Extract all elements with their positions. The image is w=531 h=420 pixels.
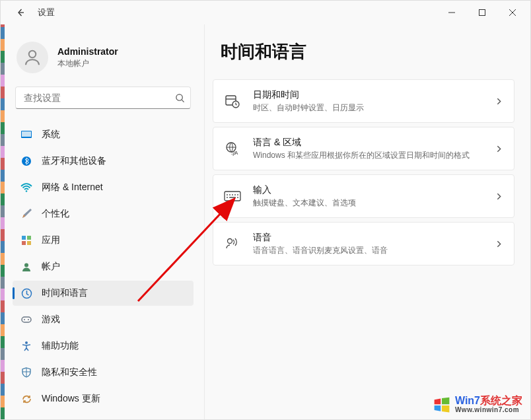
card-date-time[interactable]: 日期和时间 时区、自动时钟设置、日历显示 (213, 79, 514, 123)
user-sub: 本地帐户 (57, 58, 118, 69)
chevron-right-icon (495, 145, 503, 153)
watermark-brand-2: 系统之家 (480, 395, 522, 406)
svg-point-30 (237, 197, 238, 198)
clock-globe-icon (20, 287, 32, 299)
page-title: 时间和语言 (213, 40, 514, 63)
minimize-button[interactable] (437, 1, 467, 24)
svg-text:字: 字 (231, 151, 236, 156)
title-bar: 设置 (1, 1, 530, 24)
svg-point-28 (227, 197, 228, 198)
avatar (17, 42, 48, 73)
sidebar-item-apps[interactable]: 应用 (13, 228, 194, 253)
card-text: 日期和时间 时区、自动时钟设置、日历显示 (253, 89, 495, 114)
account-icon (20, 261, 32, 273)
search-icon (175, 93, 185, 103)
svg-rect-7 (22, 236, 26, 240)
svg-rect-22 (225, 192, 240, 201)
calendar-clock-icon (221, 90, 244, 112)
card-text: 语言 & 区域 Windows 和某些应用根据你所在的区域设置日期和时间的格式 (253, 137, 495, 161)
svg-point-14 (24, 319, 25, 320)
sidebar-item-label: 辅助功能 (42, 340, 79, 352)
accessibility-icon (20, 340, 32, 352)
sidebar-item-network[interactable]: 网络 & Internet (13, 175, 194, 200)
back-arrow-icon (15, 7, 26, 18)
svg-point-23 (227, 194, 228, 195)
svg-point-15 (28, 319, 29, 320)
chevron-right-icon (495, 97, 503, 106)
svg-point-11 (24, 263, 28, 267)
card-language-region[interactable]: A字 语言 & 区域 Windows 和某些应用根据你所在的区域设置日期和时间的… (213, 127, 514, 170)
game-icon (20, 314, 32, 326)
card-sub: Windows 和某些应用根据你所在的区域设置日期和时间的格式 (253, 150, 495, 161)
card-text: 语音 语音语言、语音识别麦克风设置、语音 (253, 232, 495, 256)
sidebar-item-label: 时间和语言 (42, 287, 88, 299)
chevron-right-icon (495, 240, 503, 248)
card-title: 语言 & 区域 (253, 137, 495, 149)
nav: 系统 蓝牙和其他设备 网络 & Internet 个性化 应用 帐户 (13, 122, 194, 419)
card-sub: 时区、自动时钟设置、日历显示 (253, 102, 495, 114)
sidebar-item-privacy[interactable]: 隐私和安全性 (13, 360, 194, 385)
svg-rect-13 (22, 317, 31, 322)
svg-point-27 (237, 194, 238, 195)
svg-point-1 (29, 51, 36, 58)
card-title: 日期和时间 (253, 89, 495, 101)
user-name: Administrator (57, 46, 118, 57)
svg-point-24 (229, 194, 230, 195)
sidebar-item-accounts[interactable]: 帐户 (13, 254, 194, 279)
sidebar-item-gaming[interactable]: 游戏 (13, 307, 194, 332)
search-box[interactable] (15, 87, 191, 109)
sidebar-item-update[interactable]: Windows 更新 (13, 386, 194, 411)
minimize-icon (448, 9, 455, 16)
svg-point-25 (232, 194, 233, 195)
svg-rect-8 (27, 236, 31, 240)
card-sub: 语音语言、语音识别麦克风设置、语音 (253, 245, 495, 256)
sidebar-item-label: 帐户 (42, 261, 60, 273)
sidebar-item-label: 隐私和安全性 (42, 367, 97, 378)
sidebar-item-label: 网络 & Internet (42, 182, 103, 193)
bluetooth-icon (20, 155, 32, 167)
sidebar-item-label: 系统 (42, 129, 60, 141)
sidebar: Administrator 本地帐户 系统 蓝牙和其他设备 网络 & Inter… (1, 24, 199, 419)
sidebar-item-personalization[interactable]: 个性化 (13, 201, 194, 227)
system-icon (20, 129, 32, 141)
sidebar-item-label: 游戏 (42, 314, 60, 326)
content-area: 时间和语言 日期和时间 时区、自动时钟设置、日历显示 A字 语言 & 区域 Wi… (204, 24, 530, 419)
card-sub: 触摸键盘、文本建议、首选项 (253, 197, 495, 209)
watermark-text: Win7系统之家 Www.winwin7.com (455, 396, 522, 413)
svg-rect-10 (27, 241, 31, 245)
svg-point-2 (176, 94, 182, 100)
shield-icon (20, 367, 32, 378)
window-title: 设置 (38, 7, 55, 18)
svg-rect-0 (479, 10, 485, 16)
brush-icon (20, 208, 32, 220)
svg-point-31 (228, 239, 232, 244)
svg-rect-9 (22, 241, 26, 245)
back-button[interactable] (11, 3, 30, 22)
sidebar-item-system[interactable]: 系统 (13, 122, 194, 147)
keyboard-icon (221, 185, 244, 207)
watermark-url: Www.winwin7.com (455, 407, 522, 414)
svg-rect-4 (22, 131, 31, 137)
svg-rect-29 (229, 197, 236, 198)
speech-icon (221, 232, 244, 255)
watermark-logo-icon (433, 396, 451, 414)
sidebar-item-bluetooth[interactable]: 蓝牙和其他设备 (13, 149, 194, 174)
sidebar-item-time-language[interactable]: 时间和语言 (13, 281, 194, 306)
sidebar-item-label: 应用 (42, 234, 60, 246)
card-speech[interactable]: 语音 语音语言、语音识别麦克风设置、语音 (213, 222, 514, 265)
sidebar-item-accessibility[interactable]: 辅助功能 (13, 333, 194, 359)
update-icon (20, 393, 32, 405)
svg-point-6 (26, 190, 28, 192)
close-icon (509, 9, 516, 16)
sidebar-item-label: 蓝牙和其他设备 (42, 155, 106, 167)
user-icon (22, 48, 42, 67)
user-block[interactable]: Administrator 本地帐户 (13, 36, 194, 87)
sidebar-item-label: Windows 更新 (42, 393, 100, 405)
svg-point-16 (25, 341, 28, 344)
search-input[interactable] (24, 93, 175, 103)
maximize-button[interactable] (467, 1, 497, 24)
close-button[interactable] (497, 1, 528, 24)
maximize-icon (479, 9, 485, 16)
card-typing[interactable]: 输入 触摸键盘、文本建议、首选项 (213, 174, 514, 218)
wifi-icon (20, 182, 32, 193)
